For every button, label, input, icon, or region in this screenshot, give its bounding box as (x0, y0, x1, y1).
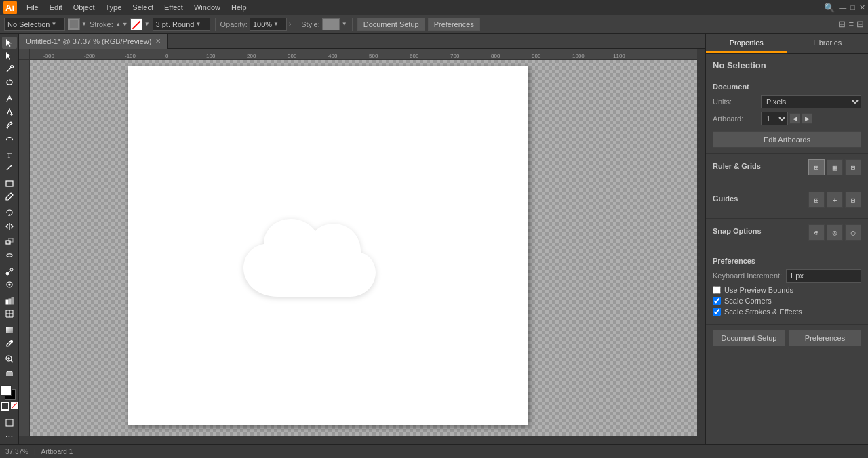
quick-document-setup-button[interactable]: Document Setup (713, 330, 785, 346)
preferences-button[interactable]: Preferences (428, 18, 480, 31)
fg-color-swatch[interactable] (1, 385, 12, 396)
rotate-tool[interactable] (2, 207, 17, 219)
snap-btn-2[interactable]: ◎ (827, 224, 843, 241)
keyboard-increment-row: Keyboard Increment: (713, 269, 861, 283)
canvas-scroll[interactable]: -300 -200 -100 0 100 200 300 400 500 600… (19, 49, 705, 444)
menu-select[interactable]: Select (127, 2, 158, 13)
scale-tool[interactable] (2, 236, 17, 248)
tab-close[interactable]: ✕ (155, 37, 161, 45)
maximize-icon[interactable]: □ (850, 3, 855, 12)
artboard-label: Artboard: (713, 114, 757, 123)
ruler-btn-1[interactable]: ⊞ (808, 159, 825, 175)
menu-file[interactable]: File (22, 2, 43, 13)
right-panel: Properties Libraries No Selection Docume… (705, 34, 868, 444)
tab-properties[interactable]: Properties (706, 34, 787, 53)
cloud-shape[interactable] (237, 215, 406, 317)
scale-corners-checkbox[interactable] (713, 297, 721, 305)
stroke-width-dropdown[interactable]: 3 pt. Round ▼ (153, 18, 210, 31)
style-label: Style: (301, 20, 320, 28)
style-swatch[interactable] (322, 18, 340, 30)
ruler-btn-3[interactable]: ⊟ (845, 159, 861, 175)
paintbrush-tool[interactable] (2, 190, 17, 203)
ruler-btn-2[interactable]: ▦ (827, 159, 843, 175)
direct-selection-tool[interactable] (2, 49, 17, 62)
more-tools[interactable]: ··· (2, 430, 17, 442)
minimize-icon[interactable]: — (839, 3, 846, 12)
menu-edit[interactable]: Edit (45, 2, 67, 13)
search-icon[interactable]: 🔍 (824, 3, 835, 13)
add-anchor-tool[interactable] (2, 106, 17, 118)
gradient-tool[interactable] (2, 324, 17, 336)
artboard-next[interactable]: ▶ (802, 113, 812, 124)
horizontal-scrollbar[interactable] (19, 436, 697, 444)
guide-btn-2[interactable]: + (827, 192, 843, 208)
selection-dropdown[interactable]: No Selection ▼ (4, 18, 65, 31)
column-graph-tool[interactable] (2, 295, 17, 307)
symbol-tool[interactable] (2, 278, 17, 291)
quick-preferences-button[interactable]: Preferences (789, 330, 861, 346)
layout-icon[interactable]: ⊟ (856, 19, 864, 29)
opacity-expand[interactable]: › (289, 20, 291, 28)
menu-window[interactable]: Window (189, 2, 225, 13)
edit-artboards-button[interactable]: Edit Artboards (713, 131, 861, 148)
align-icon[interactable]: ≡ (848, 19, 854, 29)
magic-wand-tool[interactable] (2, 63, 17, 75)
artboard[interactable] (128, 66, 528, 425)
menu-object[interactable]: Object (68, 2, 100, 13)
artboard-select[interactable]: 1 (761, 112, 788, 125)
ruler-grids-row: Ruler & Grids ⊞ ▦ ⊟ (713, 159, 861, 177)
warp-tool[interactable] (2, 249, 17, 262)
opacity-dropdown[interactable]: 100% ▼ (250, 18, 287, 31)
scale-corners-row: Scale Corners (713, 297, 861, 305)
keyboard-increment-input[interactable] (786, 269, 861, 283)
fill-swatch[interactable] (68, 18, 80, 30)
use-preview-bounds-checkbox[interactable] (713, 286, 721, 294)
close-icon[interactable]: ✕ (859, 3, 865, 12)
stroke-arrows[interactable]: ▲ ▼ (115, 21, 128, 28)
guide-btn-1[interactable]: ⊞ (808, 192, 825, 208)
document-tab[interactable]: Untitled-1* @ 37.37 % (RGB/Preview) ✕ (19, 34, 168, 49)
screen-mode-tool[interactable] (2, 416, 17, 428)
artboard-prev[interactable]: ◀ (789, 113, 800, 124)
pen-tool[interactable] (2, 92, 17, 104)
eyedropper-tool[interactable] (2, 337, 17, 349)
hand-tool[interactable] (2, 367, 17, 379)
sep1 (215, 18, 216, 31)
color-swatches[interactable] (1, 385, 18, 400)
line-tool[interactable] (2, 161, 17, 173)
units-select[interactable]: Pixels (761, 95, 861, 108)
scale-corners-label: Scale Corners (724, 297, 772, 305)
menu-effect[interactable]: Effect (159, 2, 188, 13)
guide-btn-3[interactable]: ⊟ (845, 192, 861, 208)
menu-type[interactable]: Type (101, 2, 127, 13)
vertical-scrollbar[interactable] (697, 49, 705, 444)
stroke-color[interactable] (130, 18, 142, 30)
zoom-tool[interactable] (2, 353, 17, 365)
document-section-title: Document (713, 83, 861, 91)
artboard-container[interactable] (30, 60, 705, 444)
snap-btn-1[interactable]: ⊕ (808, 224, 825, 241)
smooth-tool[interactable] (2, 132, 17, 144)
stroke-icon[interactable] (1, 402, 9, 411)
toolbar: No Selection ▼ ▼ Stroke: ▲ ▼ ▼ 3 pt. Rou… (0, 15, 868, 34)
rectangle-tool[interactable] (2, 178, 17, 190)
lasso-tool[interactable] (2, 76, 17, 88)
reflect-tool[interactable] (2, 220, 17, 232)
svg-rect-19 (9, 299, 11, 304)
blend-tool[interactable] (2, 265, 17, 277)
ruler-grids-title: Ruler & Grids (713, 162, 761, 170)
tab-libraries[interactable]: Libraries (787, 34, 869, 53)
mesh-tool[interactable] (2, 308, 17, 320)
main-layout: T (0, 34, 868, 444)
no-fill-icon[interactable] (11, 402, 18, 409)
tab-bar: Untitled-1* @ 37.37 % (RGB/Preview) ✕ (19, 34, 705, 49)
fill-control[interactable]: ▼ (68, 18, 87, 30)
document-setup-button[interactable]: Document Setup (357, 18, 425, 31)
scale-strokes-effects-checkbox[interactable] (713, 308, 721, 316)
type-tool[interactable]: T (2, 148, 17, 160)
menu-help[interactable]: Help (226, 2, 252, 13)
selection-tool[interactable] (2, 37, 17, 49)
pencil-tool[interactable] (2, 119, 17, 131)
snap-btn-3[interactable]: ○ (845, 224, 861, 241)
arrange-icon[interactable]: ⊞ (838, 19, 846, 29)
